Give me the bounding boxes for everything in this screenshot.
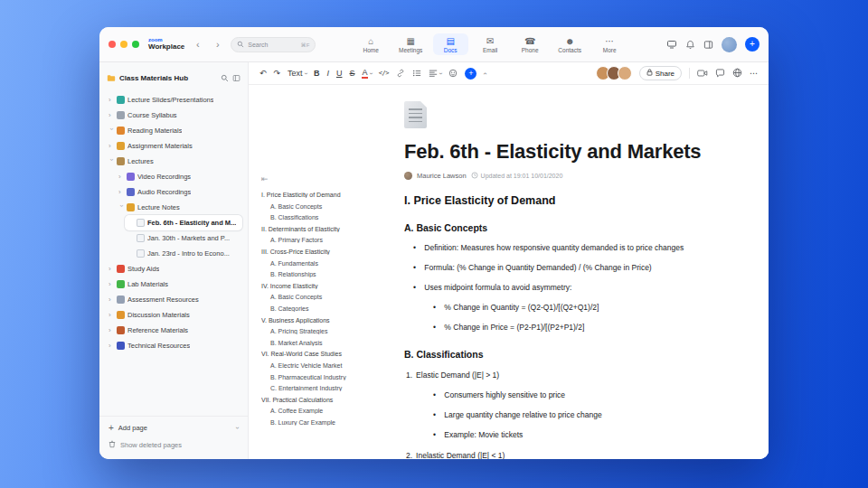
nav-tab[interactable]: ▦ Meetings: [393, 33, 429, 55]
outline-item[interactable]: B. Pharmaceutical Industry: [261, 374, 397, 380]
back-button[interactable]: ‹: [191, 38, 204, 52]
tree-item[interactable]: › Study Aids: [105, 261, 242, 277]
doc-block[interactable]: Consumers highly sensitive to price: [404, 390, 766, 399]
chevron-right-icon[interactable]: ›: [118, 188, 124, 196]
underline-button[interactable]: U: [336, 66, 343, 80]
nav-tab[interactable]: ☎ Phone: [513, 33, 548, 55]
outline-item[interactable]: II. Determinants of Elasticity: [261, 226, 397, 232]
text-style-dropdown[interactable]: Text ›: [288, 66, 307, 80]
redo-button[interactable]: ↷: [274, 66, 281, 80]
collapse-sidebar-icon[interactable]: [232, 74, 241, 82]
code-button[interactable]: </>: [379, 66, 389, 80]
traffic-light-button[interactable]: [120, 41, 127, 48]
collaborator-avatar[interactable]: [618, 66, 632, 80]
doc-block[interactable]: 1.Elastic Demand (|E| > 1): [404, 371, 766, 380]
tree-item[interactable]: › Lab Materials: [105, 277, 242, 292]
collapse-toolbar-icon[interactable]: ›: [481, 72, 489, 75]
outline-item[interactable]: A. Basic Concepts: [261, 203, 397, 210]
bulleted-list-button[interactable]: [412, 66, 421, 80]
more-button[interactable]: ⋯: [750, 66, 758, 80]
nav-tab[interactable]: ▤ Docs: [433, 33, 468, 55]
outline-item[interactable]: C. Entertainment Industry: [261, 385, 397, 391]
outline-item[interactable]: VI. Real-World Case Studies: [261, 351, 397, 357]
outline-item[interactable]: B. Classifications: [261, 214, 397, 221]
tree-item[interactable]: › Feb. 6th - Elasticity and M...: [125, 215, 242, 230]
outline-item[interactable]: B. Market Analysis: [261, 340, 397, 346]
doc-block[interactable]: Large quantity change relative to price …: [404, 410, 766, 419]
nav-tab[interactable]: ⌂ Home: [354, 33, 389, 55]
tree-item[interactable]: › Lecture Notes: [115, 200, 242, 215]
tree-item[interactable]: › Assignment Materials: [105, 138, 242, 154]
forward-button[interactable]: ›: [211, 38, 224, 52]
chevron-down-icon[interactable]: ›: [233, 427, 241, 429]
outline-item[interactable]: A. Pricing Strategies: [261, 328, 397, 334]
doc-block[interactable]: B. Classifications: [404, 350, 766, 359]
outline-item[interactable]: III. Cross-Price Elasticity: [261, 249, 397, 255]
tree-item[interactable]: › Course Syllabus: [105, 108, 242, 123]
doc-block[interactable]: Uses midpoint formula to avoid asymmetry…: [404, 283, 766, 292]
doc-block[interactable]: 2.Inelastic Demand (|E| < 1): [404, 451, 766, 459]
screen-share-icon[interactable]: [666, 39, 677, 50]
outline-item[interactable]: A. Primary Factors: [261, 237, 397, 243]
tree-item[interactable]: › Technical Resources: [105, 338, 242, 353]
outline-item[interactable]: A. Fundamentals: [261, 260, 397, 267]
panel-layout-icon[interactable]: [703, 40, 713, 50]
chevron-right-icon[interactable]: ›: [108, 111, 114, 119]
doc-block[interactable]: Definition: Measures how responsive quan…: [404, 243, 766, 252]
nav-tab[interactable]: ☻ Contacts: [552, 33, 588, 55]
tree-item[interactable]: › Jan. 30th - Markets and P...: [125, 230, 242, 246]
nav-tab[interactable]: ✉ Email: [473, 33, 508, 55]
doc-block[interactable]: A. Basic Concepts: [404, 223, 766, 232]
tree-item[interactable]: › Lectures: [105, 154, 242, 169]
chevron-right-icon[interactable]: ›: [108, 342, 114, 350]
tree-item[interactable]: › Audio Recordings: [115, 184, 242, 200]
doc-block[interactable]: % Change in Price = (P2-P1)/[(P2+P1)/2]: [404, 323, 766, 332]
outline-item[interactable]: B. Categories: [261, 305, 397, 312]
align-button[interactable]: ›: [429, 66, 441, 80]
user-avatar[interactable]: [722, 37, 737, 52]
chevron-right-icon[interactable]: ›: [108, 326, 114, 334]
traffic-light-button[interactable]: [132, 41, 139, 48]
new-button[interactable]: +: [745, 37, 760, 52]
tree-item[interactable]: › Assessment Resources: [105, 292, 242, 307]
outline-item[interactable]: A. Coffee Example: [261, 408, 397, 414]
chevron-right-icon[interactable]: ›: [108, 159, 116, 164]
chevron-right-icon[interactable]: ›: [118, 173, 124, 181]
font-color-button[interactable]: A ›: [362, 66, 371, 80]
doc-block[interactable]: I. Price Elasticity of Demand: [404, 196, 766, 205]
insert-plus-button[interactable]: +: [465, 68, 476, 80]
tree-item[interactable]: › Reference Materials: [105, 323, 242, 338]
outline-item[interactable]: I. Price Elasticity of Demand: [261, 192, 397, 198]
collapse-outline-icon[interactable]: ⇤: [261, 175, 397, 183]
outline-item[interactable]: B. Relationships: [261, 271, 397, 277]
outline-item[interactable]: A. Electric Vehicle Market: [261, 362, 397, 369]
tree-item[interactable]: › Video Recordings: [115, 169, 242, 184]
add-page-button[interactable]: + Add page ›: [108, 423, 239, 433]
bell-icon[interactable]: [685, 40, 695, 50]
chevron-right-icon[interactable]: ›: [108, 128, 116, 134]
outline-item[interactable]: A. Basic Concepts: [261, 294, 397, 300]
show-deleted-button[interactable]: Show deleted pages: [108, 440, 239, 450]
document-title[interactable]: Feb. 6th - Elasticity and Markets: [404, 140, 766, 164]
outline-item[interactable]: VII. Practical Calculations: [261, 397, 397, 403]
search-input[interactable]: Search ⌘F: [231, 37, 316, 52]
doc-block[interactable]: Formula: (% Change in Quantity Demanded)…: [404, 263, 766, 272]
outline-item[interactable]: B. Luxury Car Example: [261, 419, 397, 426]
tree-item[interactable]: › Lecture Slides/Presentations: [105, 92, 242, 108]
tree-item[interactable]: › Reading Materials: [105, 123, 242, 138]
sidebar-search-icon[interactable]: [221, 74, 229, 82]
outline-item[interactable]: V. Business Applications: [261, 317, 397, 324]
share-button[interactable]: Share: [639, 66, 682, 80]
doc-block[interactable]: % Change in Quantity = (Q2-Q1)/[(Q2+Q1)/…: [404, 303, 766, 312]
strikethrough-button[interactable]: S: [349, 66, 354, 80]
doc-block[interactable]: Example: Movie tickets: [404, 430, 766, 439]
chevron-right-icon[interactable]: ›: [108, 265, 114, 273]
chevron-right-icon[interactable]: ›: [118, 205, 126, 211]
link-button[interactable]: [396, 66, 405, 80]
undo-button[interactable]: ↶: [259, 66, 267, 80]
italic-button[interactable]: I: [326, 66, 329, 80]
bold-button[interactable]: B: [314, 66, 320, 80]
chevron-right-icon[interactable]: ›: [108, 142, 114, 150]
outline-item[interactable]: IV. Income Elasticity: [261, 283, 397, 289]
tree-item[interactable]: › Jan. 23rd - Intro to Econo...: [125, 246, 242, 261]
